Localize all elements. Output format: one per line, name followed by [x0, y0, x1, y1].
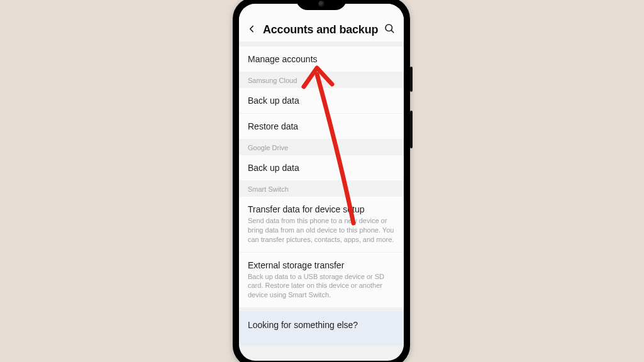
row-manage-accounts[interactable]: Manage accounts [239, 47, 404, 72]
row-label: Back up data [248, 96, 395, 106]
back-button[interactable] [244, 21, 259, 36]
row-label: Back up data [248, 163, 395, 173]
row-restore-data[interactable]: Restore data [239, 114, 404, 139]
search-button[interactable] [381, 20, 397, 36]
row-label: Transfer data for device setup [248, 204, 395, 214]
footer-block[interactable]: Looking for something else? [239, 311, 404, 346]
row-label: Restore data [248, 121, 395, 131]
settings-list: Manage accounts Samsung Cloud Back up da… [239, 41, 404, 346]
phone-notch [296, 0, 347, 10]
section-google-drive: Google Drive [239, 139, 404, 155]
svg-line-1 [391, 30, 394, 33]
search-icon [384, 23, 395, 34]
phone-frame: Accounts and backup Manage accounts Sams… [233, 0, 410, 362]
row-transfer-data[interactable]: Transfer data for device setup Send data… [239, 197, 404, 253]
page-title: Accounts and backup [263, 23, 381, 36]
section-samsung-cloud: Samsung Cloud [239, 72, 404, 88]
row-external-storage[interactable]: External storage transfer Back up data t… [239, 253, 404, 308]
row-label: External storage transfer [248, 260, 395, 270]
footer-question: Looking for something else? [248, 320, 395, 330]
row-label: Manage accounts [248, 54, 395, 64]
row-description: Back up data to a USB storage device or … [248, 272, 395, 300]
front-camera [318, 1, 325, 7]
row-backup-data-samsung[interactable]: Back up data [239, 88, 404, 114]
phone-screen: Accounts and backup Manage accounts Sams… [239, 4, 404, 361]
row-description: Send data from this phone to a new devic… [248, 216, 395, 244]
section-smart-switch: Smart Switch [239, 180, 404, 197]
row-backup-data-google[interactable]: Back up data [239, 155, 404, 180]
spacer [239, 41, 404, 47]
chevron-left-icon [246, 23, 257, 35]
